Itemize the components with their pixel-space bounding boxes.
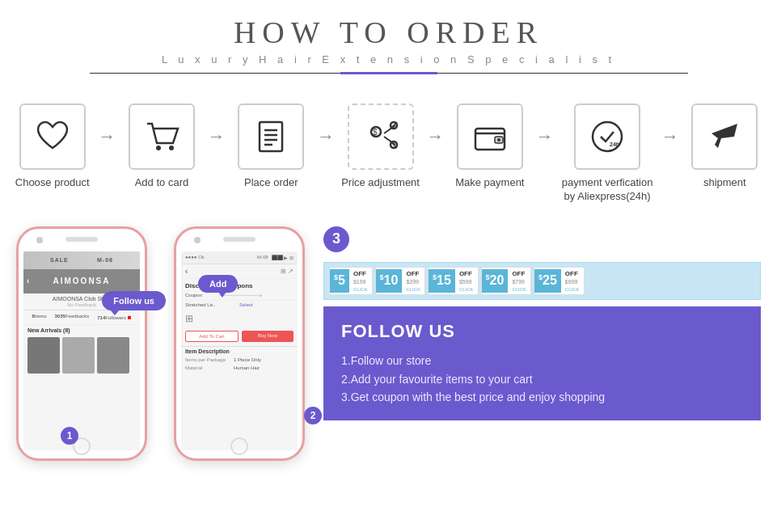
- step-price-adjustment: $ Price adjustment: [336, 103, 424, 190]
- phone2-coupon-row: Coupon ──────────── ›: [181, 291, 298, 301]
- step-icon-plane: [691, 103, 758, 170]
- step-label-shipment: shipment: [703, 176, 746, 190]
- phone1-stats: 8Items 3035Feedbacks 714Followers ■: [23, 310, 140, 325]
- follow-us-item-3: 3.Get coupon with the best price and enj…: [341, 388, 743, 406]
- step-label-place-order: Place order: [244, 176, 298, 190]
- svg-text:24h: 24h: [610, 141, 619, 147]
- header-line-right: [437, 73, 688, 74]
- svg-point-0: [156, 146, 161, 150]
- phone2-thumb-row: ⊞: [181, 309, 298, 327]
- coupons-row: $5 OFF $199 CLICK $10 OFF $399 CLICK: [323, 262, 761, 300]
- svg-point-17: [497, 138, 500, 141]
- arrow-4: →: [424, 103, 446, 147]
- phone2-buy-now-btn[interactable]: Buy Now: [242, 331, 293, 342]
- phone1-brand-name: AIMOONSA: [53, 277, 111, 285]
- phone2-desc-row-1: Items per Package 1 Piece Only: [181, 356, 298, 364]
- follow-us-bubble: Follow us: [102, 291, 166, 310]
- phone1-product-2: [62, 337, 95, 374]
- badge-1: 1: [61, 427, 78, 445]
- phone1-camera: [36, 237, 43, 243]
- svg-text:$: $: [373, 128, 378, 137]
- step3-badge: 3: [323, 226, 349, 252]
- step-shipment: shipment: [681, 103, 769, 190]
- bottom-section: SALE M-08 ‹ AIMOONSA AIMOONSA Club Store…: [0, 218, 777, 477]
- svg-rect-2: [260, 122, 282, 151]
- arrow-5: →: [534, 103, 555, 147]
- step-icon-heart: [19, 103, 86, 170]
- phone1-brand-banner: ‹ AIMOONSA: [23, 269, 140, 293]
- phone1-stat-feedbacks: 3035Feedbacks: [55, 314, 90, 321]
- step-payment-verification: 24h payment verfication by Aliexpress(24…: [555, 103, 660, 204]
- coupon-20-details: OFF $799 CLICK: [508, 268, 530, 294]
- coupon-15: $15 OFF $599 CLICK: [428, 267, 478, 295]
- header-line-left: [90, 73, 340, 74]
- follow-us-box: FOLLOW US 1.Follow our store 2.Add your …: [323, 306, 761, 420]
- right-panel: 3 $5 OFF $199 CLICK $10 OFF $399: [323, 226, 761, 469]
- step-choose-product: Choose product: [8, 103, 96, 190]
- arrow-6: →: [660, 103, 681, 147]
- main-title: HOW TO ORDER: [0, 15, 777, 50]
- phone1-status-bar: SALE M-08: [23, 251, 140, 269]
- phone1-product-1: [27, 337, 60, 374]
- step-icon-check-24: 24h: [574, 103, 640, 170]
- steps-row: Choose product → Add to card → Place ord…: [0, 81, 777, 218]
- phone1-mockup: SALE M-08 ‹ AIMOONSA AIMOONSA Club Store…: [16, 226, 158, 469]
- badge-2: 2: [304, 407, 322, 424]
- step-label-choose-product: Choose product: [15, 176, 90, 190]
- coupon-15-amount: $15: [429, 269, 455, 292]
- follow-us-title: FOLLOW US: [341, 321, 743, 342]
- phone1-outer: SALE M-08 ‹ AIMOONSA AIMOONSA Club Store…: [16, 226, 147, 461]
- header: HOW TO ORDER L u x u r y H a i r E x t e…: [0, 0, 777, 81]
- phone1-speaker: [65, 237, 98, 242]
- phone1-stat-items: 8Items: [32, 314, 47, 321]
- phone2-nav-bar: ‹ ⊞ ↗: [181, 264, 298, 279]
- arrow-3: →: [315, 103, 336, 147]
- coupon-15-details: OFF $599 CLICK: [455, 268, 478, 294]
- coupon-10-amount: $10: [376, 269, 403, 292]
- phone2-stretched-row: Stretched Le... Select: [181, 301, 298, 309]
- coupon-20-amount: $20: [482, 269, 509, 292]
- header-divider: [0, 72, 777, 74]
- phone2-home-btn: [230, 437, 248, 455]
- step-icon-wallet: [457, 103, 523, 170]
- coupon-25: $25 OFF $999 CLICK: [534, 267, 584, 295]
- step-label-payment-verification: payment verfication by Aliexpress(24h): [555, 176, 660, 204]
- phone1-product-3: [97, 337, 129, 374]
- phone2-speaker: [223, 237, 255, 242]
- step-icon-cart: [129, 103, 195, 170]
- coupon-25-amount: $25: [534, 269, 561, 292]
- coupon-25-details: OFF $999 CLICK: [561, 268, 584, 294]
- phone2-action-buttons: Add To Cart Buy Now: [181, 327, 298, 346]
- phone1-screen: SALE M-08 ‹ AIMOONSA AIMOONSA Club Store…: [23, 251, 140, 450]
- step-label-make-payment: Make payment: [455, 176, 524, 190]
- phone1-new-arrivals-label: New Arrivals (8): [23, 325, 140, 336]
- coupon-5-details: OFF $199 CLICK: [349, 268, 372, 294]
- step-place-order: Place order: [227, 103, 315, 190]
- coupon-5-amount: $5: [330, 269, 349, 292]
- step-icon-list: [238, 103, 304, 170]
- svg-point-1: [169, 146, 174, 150]
- coupon-5: $5 OFF $199 CLICK: [329, 267, 373, 295]
- phone2-status-bar: ●●●● Ok M-08 ⬛⬛ ▶ ⊞: [181, 251, 298, 264]
- step-make-payment: Make payment: [446, 103, 534, 190]
- phone2-desc-row-2: Material Human Hair: [181, 364, 298, 372]
- follow-us-item-2: 2.Add your favourite items to your cart: [341, 370, 743, 388]
- phone2-mockup: ●●●● Ok M-08 ⬛⬛ ▶ ⊞ ‹ ⊞ ↗ Discounts & Co…: [174, 226, 315, 469]
- coupon-10-details: OFF $399 CLICK: [402, 268, 424, 294]
- phone2-outer: ●●●● Ok M-08 ⬛⬛ ▶ ⊞ ‹ ⊞ ↗ Discounts & Co…: [174, 226, 305, 461]
- follow-us-item-1: 1.Follow our store: [341, 352, 743, 369]
- step-label-add-to-card: Add to card: [135, 176, 189, 190]
- subtitle: L u x u r y H a i r E x t e n s i o n S …: [0, 53, 777, 65]
- step-label-price-adjustment: Price adjustment: [341, 176, 420, 190]
- follow-us-list: 1.Follow our store 2.Add your favourite …: [341, 352, 743, 406]
- arrow-2: →: [206, 103, 227, 147]
- phone1-products: [23, 336, 140, 375]
- phone2-item-desc-title: Item Description: [181, 346, 298, 356]
- step-add-to-card: Add to card: [117, 103, 205, 190]
- add-bubble: Add: [198, 275, 238, 293]
- step-icon-dollar-scissors: $: [348, 103, 414, 170]
- phone2-add-to-cart-btn[interactable]: Add To Cart: [185, 331, 239, 342]
- phone2-camera: [194, 237, 201, 243]
- coupon-20: $20 OFF $799 CLICK: [481, 267, 531, 295]
- header-line-accent: [340, 72, 437, 74]
